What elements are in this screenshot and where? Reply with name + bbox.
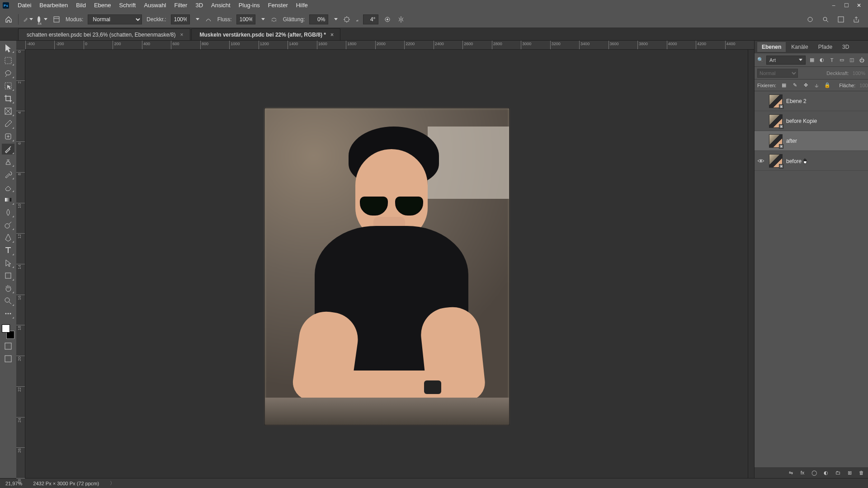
group-icon[interactable]: 🗀 bbox=[835, 469, 841, 476]
layer-row[interactable]: ▣before bbox=[755, 151, 868, 171]
share-icon[interactable] bbox=[852, 15, 861, 24]
image-filter-icon[interactable]: ▦ bbox=[808, 56, 816, 64]
close-tab-icon[interactable]: × bbox=[330, 32, 334, 38]
layer-opacity-value[interactable]: 100% bbox=[853, 70, 865, 76]
lock-artboard-icon[interactable]: ✥ bbox=[802, 82, 809, 89]
toggle-filter-icon[interactable]: ⏻ bbox=[858, 56, 865, 64]
lock-all-icon[interactable]: 🔒 bbox=[824, 82, 831, 89]
blend-mode-select[interactable]: Normal bbox=[88, 14, 142, 24]
layer-name[interactable]: after bbox=[786, 138, 797, 144]
hand-tool[interactable] bbox=[2, 283, 14, 294]
delete-layer-icon[interactable]: 🗑 bbox=[858, 469, 864, 476]
document-tab[interactable]: Muskeln verstärken.psdc bei 22% (after, … bbox=[191, 28, 340, 40]
layer-visibility-toggle[interactable] bbox=[756, 117, 765, 126]
move-tool[interactable] bbox=[2, 42, 14, 53]
symmetry-icon[interactable] bbox=[396, 15, 406, 24]
smoothing-options-icon[interactable] bbox=[342, 15, 351, 24]
brush-tool[interactable] bbox=[2, 144, 14, 155]
lock-position-icon[interactable]: ✎ bbox=[791, 82, 798, 89]
link-layers-icon[interactable]: ⇋ bbox=[788, 469, 794, 476]
smoothing-input[interactable] bbox=[309, 14, 328, 24]
shape-tool[interactable] bbox=[2, 270, 14, 281]
document-dimensions[interactable]: 2432 Px × 3000 Px (72 ppcm) bbox=[33, 481, 99, 486]
zoom-tool[interactable] bbox=[2, 296, 14, 306]
adjustment-layer-icon[interactable]: ◐ bbox=[823, 469, 829, 476]
layer-name[interactable]: before bbox=[786, 157, 808, 164]
screen-mode[interactable] bbox=[2, 353, 14, 364]
lock-move-icon[interactable]: ⫝ bbox=[813, 82, 820, 89]
layer-name[interactable]: Ebene 2 bbox=[786, 98, 807, 104]
blur-tool[interactable] bbox=[2, 207, 14, 218]
menu-bild[interactable]: Bild bbox=[72, 0, 90, 11]
window-maximize-button[interactable]: ☐ bbox=[840, 2, 853, 9]
shape-filter-icon[interactable]: ▭ bbox=[838, 56, 845, 64]
healing-brush-tool[interactable] bbox=[2, 131, 14, 142]
panel-tab-ebenen[interactable]: Ebenen bbox=[757, 42, 786, 52]
smartobj-filter-icon[interactable]: ◫ bbox=[848, 56, 855, 64]
layer-filter-kind-select[interactable]: Art bbox=[766, 56, 806, 65]
brush-panel-toggle-icon[interactable] bbox=[52, 15, 61, 24]
layer-name[interactable]: before Kopie bbox=[786, 118, 817, 124]
eraser-tool[interactable] bbox=[2, 182, 14, 192]
pen-tool[interactable] bbox=[2, 232, 14, 243]
quick-mask[interactable] bbox=[2, 341, 14, 352]
layer-visibility-toggle[interactable] bbox=[756, 97, 765, 106]
angle-input[interactable] bbox=[363, 14, 378, 24]
layer-fill-value[interactable]: 100% bbox=[859, 83, 868, 88]
layer-row[interactable]: ▣Ebene 2 bbox=[755, 91, 868, 111]
layer-thumbnail[interactable]: ▣ bbox=[769, 134, 783, 148]
home-icon[interactable] bbox=[4, 14, 14, 24]
arrange-docs-icon[interactable] bbox=[836, 15, 845, 24]
close-tab-icon[interactable]: × bbox=[180, 32, 184, 38]
brush-preset-picker[interactable]: 44 bbox=[38, 14, 47, 24]
layer-thumbnail[interactable]: ▣ bbox=[769, 114, 783, 128]
layer-visibility-toggle[interactable] bbox=[756, 156, 765, 165]
window-close-button[interactable]: ✕ bbox=[853, 2, 865, 9]
crop-tool[interactable] bbox=[2, 93, 14, 104]
dodge-tool[interactable] bbox=[2, 220, 14, 230]
menu-bearbeiten[interactable]: Bearbeiten bbox=[35, 0, 72, 11]
tool-preset-picker[interactable] bbox=[23, 14, 33, 24]
layer-visibility-toggle[interactable] bbox=[756, 136, 765, 145]
panel-tab-kanäle[interactable]: Kanäle bbox=[787, 42, 812, 52]
menu-hilfe[interactable]: Hilfe bbox=[292, 0, 312, 11]
menu-ebene[interactable]: Ebene bbox=[90, 0, 115, 11]
layer-row[interactable]: ▣before Kopie bbox=[755, 111, 868, 131]
text-filter-icon[interactable]: T bbox=[828, 56, 835, 64]
lock-pixels-icon[interactable]: ▦ bbox=[780, 82, 788, 89]
flow-input[interactable] bbox=[236, 14, 255, 24]
fx-menu-icon[interactable]: fx bbox=[799, 469, 806, 476]
document-tab[interactable]: schatten erstellen.psdc bei 23,6% (schat… bbox=[18, 28, 190, 40]
layer-thumbnail[interactable]: ▣ bbox=[769, 94, 783, 108]
search-icon[interactable] bbox=[821, 15, 830, 24]
menu-3d[interactable]: 3D bbox=[191, 0, 207, 11]
layer-mask-icon[interactable]: ◯ bbox=[811, 469, 817, 476]
eyedropper-tool[interactable] bbox=[2, 118, 14, 129]
opacity-input[interactable] bbox=[171, 14, 190, 24]
panel-tab-3d[interactable]: 3D bbox=[838, 42, 854, 52]
menu-auswahl[interactable]: Auswahl bbox=[140, 0, 170, 11]
fx-filter-icon[interactable]: ◐ bbox=[818, 56, 826, 64]
path-select-tool[interactable] bbox=[2, 258, 14, 268]
menu-ansicht[interactable]: Ansicht bbox=[207, 0, 235, 11]
panel-tab-pfade[interactable]: Pfade bbox=[814, 42, 837, 52]
clone-stamp-tool[interactable] bbox=[2, 156, 14, 167]
pressure-opacity-icon[interactable] bbox=[204, 15, 213, 24]
layer-row[interactable]: ▣after bbox=[755, 131, 868, 151]
lasso-tool[interactable] bbox=[2, 68, 14, 79]
gradient-tool[interactable] bbox=[2, 194, 14, 205]
menu-schrift[interactable]: Schrift bbox=[115, 0, 140, 11]
new-layer-icon[interactable]: ⊞ bbox=[846, 469, 853, 476]
window-minimize-button[interactable]: – bbox=[827, 2, 840, 9]
menu-plug-ins[interactable]: Plug-ins bbox=[235, 0, 264, 11]
menu-filter[interactable]: Filter bbox=[170, 0, 192, 11]
layer-blend-mode-select[interactable]: Normal bbox=[757, 69, 798, 78]
pressure-size-icon[interactable] bbox=[383, 15, 392, 24]
cloud-docs-icon[interactable] bbox=[806, 15, 815, 24]
menu-fenster[interactable]: Fenster bbox=[264, 0, 292, 11]
rectangular-marquee-tool[interactable] bbox=[2, 55, 14, 66]
canvas[interactable] bbox=[25, 50, 748, 478]
airbrush-icon[interactable] bbox=[269, 15, 278, 24]
status-caret-icon[interactable]: 〉 bbox=[110, 480, 115, 487]
object-select-tool[interactable] bbox=[2, 80, 14, 91]
